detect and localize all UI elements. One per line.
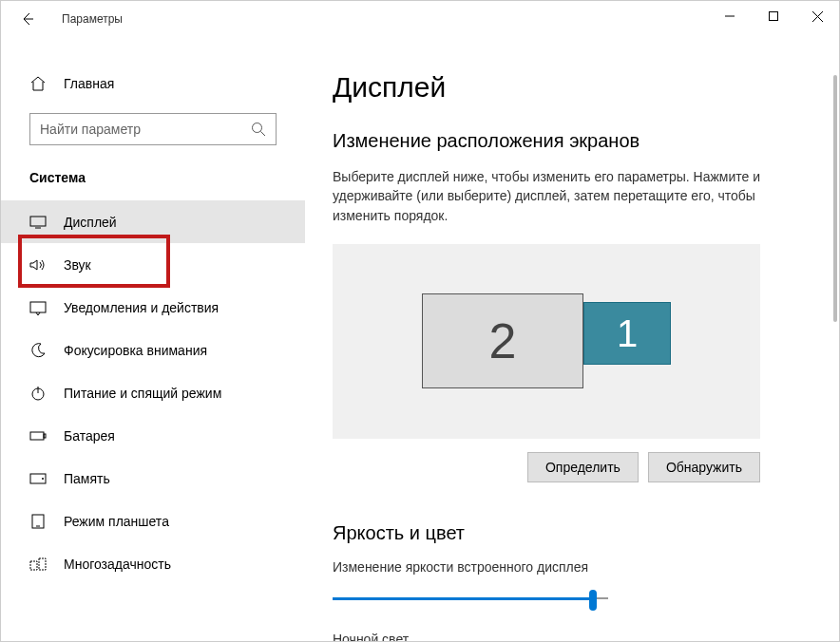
brightness-slider[interactable] xyxy=(333,588,608,611)
display-number: 2 xyxy=(489,312,517,369)
sidebar-item-label: Батарея xyxy=(64,428,115,444)
sidebar-item-label: Звук xyxy=(64,257,91,273)
sidebar-item-sound[interactable]: Звук xyxy=(1,243,305,286)
sidebar: Главная Система Дисплей Звук xyxy=(1,37,305,641)
close-button[interactable] xyxy=(795,1,839,31)
svg-rect-12 xyxy=(44,434,46,438)
minimize-icon xyxy=(725,11,735,21)
minimize-button[interactable] xyxy=(708,1,752,31)
home-label: Главная xyxy=(64,76,114,91)
page-title: Дисплей xyxy=(333,71,820,104)
window-title: Параметры xyxy=(62,12,123,26)
search-box[interactable] xyxy=(29,113,277,145)
sidebar-item-power[interactable]: Питание и спящий режим xyxy=(1,371,305,414)
back-button[interactable] xyxy=(10,2,45,36)
sidebar-item-label: Фокусировка внимания xyxy=(64,343,207,358)
tablet-icon xyxy=(29,513,47,530)
home-link[interactable]: Главная xyxy=(1,67,305,100)
brightness-heading: Яркость и цвет xyxy=(333,522,820,544)
svg-point-14 xyxy=(42,478,44,480)
sidebar-item-tablet[interactable]: Режим планшета xyxy=(1,500,305,542)
svg-rect-11 xyxy=(30,432,44,440)
svg-rect-8 xyxy=(30,302,46,312)
sidebar-item-focus[interactable]: Фокусировка внимания xyxy=(1,329,305,371)
brightness-label: Изменение яркости встроенного дисплея xyxy=(333,559,820,575)
nightlight-label: Ночной свет xyxy=(333,632,820,641)
svg-rect-18 xyxy=(39,558,46,570)
moon-icon xyxy=(29,342,47,359)
close-icon xyxy=(812,11,823,22)
battery-icon xyxy=(29,427,47,444)
arrow-left-icon xyxy=(20,11,35,27)
section-label: Система xyxy=(29,170,305,185)
sidebar-item-label: Дисплей xyxy=(64,215,117,230)
storage-icon xyxy=(29,470,47,487)
monitor-icon xyxy=(29,214,47,231)
svg-rect-1 xyxy=(770,12,778,21)
svg-line-5 xyxy=(261,132,266,137)
sidebar-item-multitasking[interactable]: Многозадачность xyxy=(1,542,305,585)
search-icon xyxy=(251,122,266,137)
multitasking-icon xyxy=(29,556,47,573)
titlebar: Параметры xyxy=(1,1,839,37)
sidebar-item-label: Питание и спящий режим xyxy=(64,386,221,401)
sidebar-item-label: Память xyxy=(64,471,110,486)
search-input[interactable] xyxy=(40,122,251,137)
sidebar-item-label: Уведомления и действия xyxy=(64,300,219,315)
display-arrangement-area[interactable]: 2 1 xyxy=(333,244,760,439)
arrange-heading: Изменение расположения экранов xyxy=(333,130,820,152)
sidebar-item-storage[interactable]: Память xyxy=(1,457,305,500)
scrollbar[interactable] xyxy=(833,75,837,322)
power-icon xyxy=(29,385,47,402)
svg-rect-17 xyxy=(30,561,37,570)
svg-rect-6 xyxy=(30,217,46,226)
maximize-button[interactable] xyxy=(752,1,795,31)
slider-thumb[interactable] xyxy=(589,590,597,611)
sidebar-item-notifications[interactable]: Уведомления и действия xyxy=(1,286,305,329)
notification-icon xyxy=(29,299,47,316)
maximize-icon xyxy=(769,11,778,21)
window-controls xyxy=(708,1,839,31)
sound-icon xyxy=(29,256,47,274)
identify-button[interactable]: Определить xyxy=(527,452,639,482)
detect-button[interactable]: Обнаружить xyxy=(648,452,760,482)
home-icon xyxy=(29,75,47,92)
arrange-note: Выберите дисплей ниже, чтобы изменить ег… xyxy=(333,167,770,225)
sidebar-item-label: Многозадачность xyxy=(64,557,171,572)
sidebar-item-battery[interactable]: Батарея xyxy=(1,414,305,457)
display-number: 1 xyxy=(617,312,638,355)
slider-fill xyxy=(333,597,592,600)
sidebar-item-display[interactable]: Дисплей xyxy=(1,200,305,243)
display-monitor-1[interactable]: 1 xyxy=(583,302,671,365)
sidebar-item-label: Режим планшета xyxy=(64,514,169,529)
main-content: Дисплей Изменение расположения экранов В… xyxy=(305,37,839,641)
svg-point-4 xyxy=(253,123,262,133)
display-monitor-2[interactable]: 2 xyxy=(422,293,583,388)
divider xyxy=(305,179,306,369)
